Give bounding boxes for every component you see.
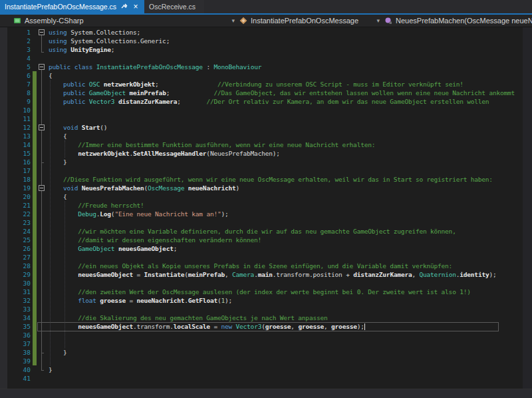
line-number[interactable]: 34	[0, 313, 31, 322]
line-number[interactable]: 2	[0, 37, 31, 45]
line-number[interactable]: 22	[0, 210, 31, 218]
code-line[interactable]: 29 neuesGameObject = Instantiate(meinPre…	[0, 270, 532, 279]
fold-collapse-icon[interactable]	[39, 124, 45, 130]
vertical-scrollbar[interactable]	[523, 27, 532, 389]
line-number[interactable]: 36	[0, 331, 31, 339]
code-line[interactable]: 40}	[0, 365, 532, 374]
line-number[interactable]: 13	[0, 132, 31, 140]
code-line[interactable]: 17	[0, 166, 532, 175]
code-line[interactable]: 9 public Vector3 distanzZurKamera; //Der…	[0, 97, 532, 106]
code-line[interactable]: 41	[0, 374, 532, 383]
code-text: public GameObject meinPrefab; //Das Game…	[49, 89, 515, 97]
fold-collapse-icon[interactable]	[39, 185, 45, 191]
code-line[interactable]: 7 public OSC netzwerkObjekt; //Verbindun…	[0, 80, 532, 89]
line-number[interactable]: 33	[0, 305, 31, 313]
line-number[interactable]: 12	[0, 123, 31, 132]
line-number[interactable]: 19	[0, 184, 31, 192]
code-line[interactable]: 15 netzwerkObjekt.SetAllMessageHandler(N…	[0, 149, 532, 158]
code-text: Debug.Log("Eine neue Nachricht kam an!")…	[49, 210, 229, 218]
line-number[interactable]: 8	[0, 89, 31, 97]
line-number[interactable]: 30	[0, 279, 31, 288]
line-number[interactable]: 16	[0, 158, 31, 166]
line-number[interactable]: 37	[0, 339, 31, 348]
method-dropdown[interactable]: NeuesPrefabMachen(OscMessage neueNachri	[384, 15, 532, 27]
code-line[interactable]: 28 //ein neues Objekt als Kopie unseres …	[0, 262, 532, 270]
class-dropdown[interactable]: InstantiatePrefabOnOscMessage ▾	[239, 15, 384, 27]
line-number[interactable]: 4	[0, 54, 31, 63]
line-number[interactable]: 21	[0, 201, 31, 210]
code-line[interactable]: 12 void Start()	[0, 123, 532, 132]
line-number[interactable]: 35	[0, 322, 31, 331]
line-number[interactable]: 32	[0, 296, 31, 305]
code-line[interactable]: 16 }	[0, 158, 532, 166]
line-number[interactable]: 25	[0, 236, 31, 244]
line-number[interactable]: 23	[0, 218, 31, 227]
horizontal-scrollbar[interactable]	[0, 389, 532, 398]
tab-instantiateprefab[interactable]: InstantiatePrefabOnOscMessage.cs ×	[0, 0, 144, 13]
code-line[interactable]: 23	[0, 218, 532, 227]
pin-icon[interactable]	[120, 3, 128, 11]
code-line[interactable]: 5public class InstantiatePrefabOnOscMess…	[0, 63, 532, 71]
line-number[interactable]: 41	[0, 374, 31, 383]
line-number[interactable]: 6	[0, 71, 31, 80]
code-line[interactable]: 21 //Freude herrscht!	[0, 201, 532, 210]
code-line[interactable]: 2using System.Collections.Generic;	[0, 37, 532, 45]
line-number[interactable]: 28	[0, 262, 31, 270]
code-line[interactable]: 31 //den zweiten Wert der OscMessage aus…	[0, 288, 532, 296]
line-number[interactable]: 20	[0, 192, 31, 201]
line-number[interactable]: 24	[0, 227, 31, 236]
code-line[interactable]: 34 //die Skalierung des neu gemachten Ga…	[0, 313, 532, 322]
line-number[interactable]: 27	[0, 253, 31, 262]
fold-collapse-icon[interactable]	[39, 64, 45, 70]
close-icon[interactable]: ×	[132, 3, 140, 11]
code-line[interactable]: 27	[0, 253, 532, 262]
chevron-down-icon: ▾	[231, 17, 235, 24]
line-number[interactable]: 14	[0, 140, 31, 149]
line-number[interactable]: 38	[0, 348, 31, 357]
code-line[interactable]: 19 void NeuesPrefabMachen(OscMessage neu…	[0, 184, 532, 192]
code-line[interactable]: 30	[0, 279, 532, 288]
code-line[interactable]: 25 //damit wir dessen eigenschaften verä…	[0, 236, 532, 244]
code-line[interactable]: 36	[0, 331, 532, 339]
code-line[interactable]: 6{	[0, 71, 532, 80]
tab-oscreceive[interactable]: OscReceive.cs	[144, 0, 204, 13]
code-line[interactable]: 10	[0, 106, 532, 114]
class-icon	[239, 17, 247, 25]
code-line[interactable]: 11	[0, 114, 532, 123]
code-editor[interactable]: 1using System.Collections;2using System.…	[0, 27, 532, 398]
code-line[interactable]: 3using UnityEngine;	[0, 45, 532, 54]
line-number[interactable]: 15	[0, 149, 31, 158]
code-line[interactable]: 22 Debug.Log("Eine neue Nachricht kam an…	[0, 210, 532, 218]
code-line[interactable]: 32 float groesse = neueNachricht.GetFloa…	[0, 296, 532, 305]
line-number[interactable]: 17	[0, 166, 31, 175]
line-number[interactable]: 39	[0, 357, 31, 365]
code-line[interactable]: 4	[0, 54, 532, 63]
project-dropdown[interactable]: Assembly-CSharp ▾	[0, 15, 239, 27]
line-number[interactable]: 31	[0, 288, 31, 296]
fold-collapse-icon[interactable]	[39, 29, 45, 35]
code-line[interactable]: 37	[0, 339, 532, 348]
code-line[interactable]: 24 //wir möchten eine Variable definiere…	[0, 227, 532, 236]
code-line[interactable]: 20 {	[0, 192, 532, 201]
code-line[interactable]: 18 //Diese Funktion wird ausgeführt, wen…	[0, 175, 532, 184]
line-number[interactable]: 18	[0, 175, 31, 184]
code-line[interactable]: 39	[0, 357, 532, 365]
code-line[interactable]: 8 public GameObject meinPrefab; //Das Ga…	[0, 89, 532, 97]
code-line[interactable]: 38 }	[0, 348, 532, 357]
line-number[interactable]: 29	[0, 270, 31, 279]
code-line[interactable]: 13 {	[0, 132, 532, 140]
line-number[interactable]: 26	[0, 244, 31, 253]
line-number[interactable]: 5	[0, 63, 31, 71]
line-number[interactable]: 7	[0, 80, 31, 89]
line-number[interactable]: 1	[0, 28, 31, 37]
line-number[interactable]: 9	[0, 97, 31, 106]
code-line[interactable]: 35 neuesGameObject.transform.localScale …	[0, 322, 532, 331]
line-number[interactable]: 3	[0, 45, 31, 54]
code-line[interactable]: 1using System.Collections;	[0, 28, 532, 37]
line-number[interactable]: 11	[0, 114, 31, 123]
code-line[interactable]: 14 //Immer eine bestimmte Funktion ausfü…	[0, 140, 532, 149]
line-number[interactable]: 10	[0, 106, 31, 114]
code-line[interactable]: 26 GameObject neuesGameObject;	[0, 244, 532, 253]
line-number[interactable]: 40	[0, 365, 31, 374]
code-line[interactable]: 33	[0, 305, 532, 313]
